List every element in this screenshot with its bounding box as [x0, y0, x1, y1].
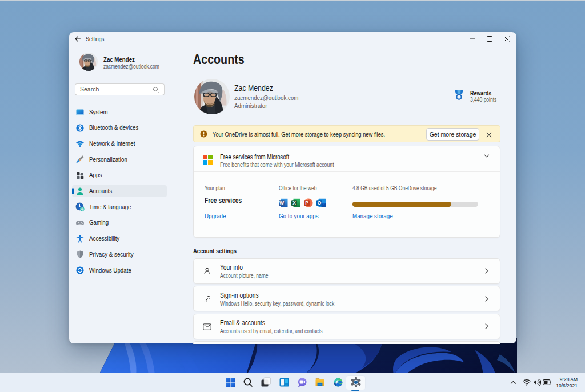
svg-text:W: W: [279, 200, 285, 206]
svg-text:O: O: [318, 200, 322, 206]
svg-text:X: X: [292, 200, 296, 206]
svg-text:P: P: [305, 200, 308, 206]
